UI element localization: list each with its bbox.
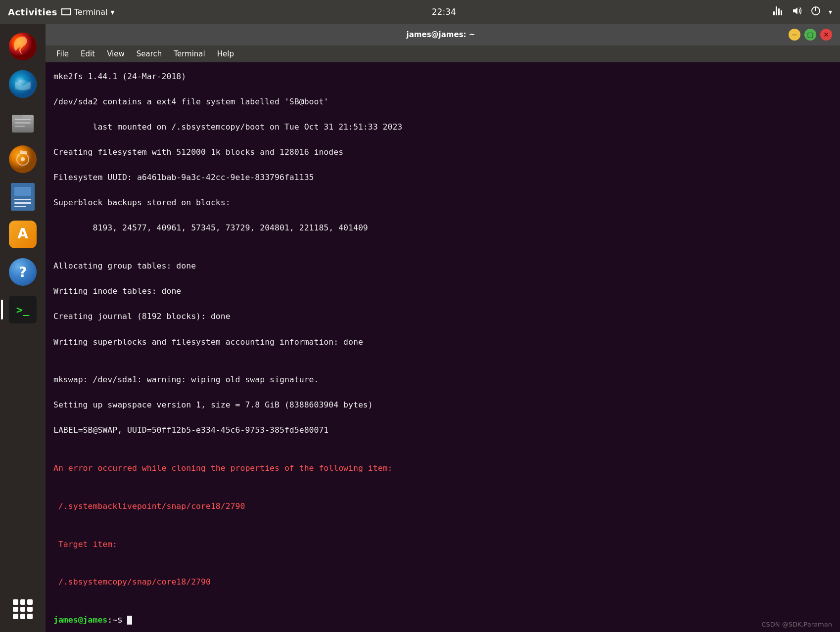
close-button[interactable]: ✕ <box>820 29 832 41</box>
system-bar: Activities Terminal ▾ 22:34 <box>0 0 840 24</box>
terminal-line: Superblock backups stored on blocks: <box>53 196 832 209</box>
settings-dropdown-icon[interactable]: ▾ <box>829 8 832 16</box>
grid-dot <box>20 614 26 619</box>
terminal-line: Creating journal (8192 blocks): done <box>53 310 832 323</box>
terminal-cursor <box>127 616 132 625</box>
menu-search[interactable]: Search <box>132 47 167 60</box>
menu-edit[interactable]: Edit <box>76 47 100 60</box>
terminal-line: last mounted on /.sbsystemcopy/boot on T… <box>53 121 832 134</box>
terminal-line: mke2fs 1.44.1 (24-Mar-2018) <box>53 70 832 83</box>
rhythmbox-icon <box>9 145 37 173</box>
terminal-indicator[interactable]: Terminal ▾ <box>61 7 115 17</box>
thunderbird-icon <box>9 70 37 98</box>
dock-item-help[interactable]: ? <box>5 254 41 290</box>
maximize-button[interactable]: □ <box>804 29 816 41</box>
dock-item-thunderbird[interactable] <box>5 66 41 102</box>
help-icon: ? <box>9 258 37 286</box>
svg-rect-15 <box>15 126 25 127</box>
menu-file[interactable]: File <box>51 47 74 60</box>
menu-help[interactable]: Help <box>212 47 239 60</box>
watermark: CSDN @SDK.Paraman <box>761 621 832 628</box>
terminal-line: An error occurred while cloning the prop… <box>53 462 832 475</box>
dock-item-rhythmbox[interactable] <box>5 141 41 177</box>
terminal-window: james@james: ~ − □ ✕ File Edit View Sear… <box>46 24 840 632</box>
grid-dot <box>20 607 26 612</box>
terminal-output[interactable]: Writing superblocks and filesystem accou… <box>46 62 840 632</box>
dock-item-software[interactable]: A <box>5 217 41 252</box>
grid-dot <box>13 607 18 612</box>
dock-item-firefox[interactable] <box>5 29 41 64</box>
firefox-icon <box>9 33 37 60</box>
writer-icon <box>11 183 35 211</box>
svg-text:A: A <box>17 226 28 242</box>
svg-rect-14 <box>15 122 31 124</box>
volume-icon[interactable] <box>792 6 803 18</box>
terminal-line: Writing superblocks and filesystem accou… <box>53 336 832 349</box>
terminal-line: Writing inode tables: done <box>53 285 832 298</box>
terminal-line: Setting up swapspace version 1, size = 7… <box>53 399 832 411</box>
grid-dot <box>27 607 33 612</box>
writer-image-line <box>14 187 31 196</box>
grid-dot <box>20 599 26 605</box>
terminal-label: Terminal <box>74 7 108 17</box>
svg-rect-1 <box>778 8 780 15</box>
writer-text-line3 <box>14 206 26 207</box>
system-bar-left: Activities Terminal ▾ <box>8 7 115 17</box>
minimize-button[interactable]: − <box>789 29 800 41</box>
svg-rect-2 <box>781 10 782 15</box>
terminal-window-title: james@james: ~ <box>93 30 789 39</box>
svg-point-18 <box>21 157 25 161</box>
main-area: A ? >_ <box>0 24 840 632</box>
terminal-line: Creating filesystem with 512000 1k block… <box>53 146 832 159</box>
terminal-line: Filesystem UUID: a6461bab-9a3c-42cc-9e1e… <box>53 171 832 184</box>
terminal-line: /.systembacklivepoint/snap/core18/2790 <box>53 500 832 513</box>
terminal-line: mkswap: /dev/sda1: warning: wiping old s… <box>53 373 832 386</box>
window-controls: − □ ✕ <box>789 29 832 41</box>
system-tray: ▾ <box>773 6 832 18</box>
terminal-prompt-icon: >_ <box>16 304 30 316</box>
power-icon[interactable] <box>811 6 821 18</box>
terminal-menubar: File Edit View Search Terminal Help <box>46 45 840 62</box>
terminal-line: Target item: <box>53 538 832 551</box>
terminal-line: /dev/sda2 contains a ext4 file system la… <box>53 95 832 108</box>
svg-rect-12 <box>12 115 23 119</box>
dock-item-show-apps[interactable] <box>5 591 41 627</box>
writer-text-line <box>14 199 31 200</box>
dock: A ? >_ <box>0 24 46 632</box>
svg-rect-3 <box>773 11 775 15</box>
dock-item-files[interactable] <box>5 104 41 139</box>
terminal-line: /.sbsystemcopy/snap/core18/2790 <box>53 576 832 588</box>
grid-dot <box>27 599 33 605</box>
grid-dot <box>13 614 18 619</box>
show-apps-grid-icon <box>11 597 35 621</box>
dock-item-terminal[interactable]: >_ <box>5 292 41 327</box>
activities-button[interactable]: Activities <box>8 7 57 17</box>
dock-item-writer[interactable] <box>5 179 41 215</box>
terminal-line: Allocating group tables: done <box>53 260 832 272</box>
terminal-dock-icon: >_ <box>9 296 37 323</box>
files-icon <box>9 108 37 135</box>
terminal-titlebar: james@james: ~ − □ ✕ <box>46 24 840 45</box>
menu-terminal[interactable]: Terminal <box>169 47 210 60</box>
grid-dot <box>13 599 18 605</box>
terminal-line: LABEL=SB@SWAP, UUID=50ff12b5-e334-45c6-9… <box>53 424 832 437</box>
svg-rect-13 <box>15 119 31 120</box>
terminal-prompt-line: james@james:~$ <box>53 614 832 627</box>
writer-text-line2 <box>14 202 31 204</box>
svg-rect-0 <box>776 6 777 15</box>
menu-view[interactable]: View <box>102 47 130 60</box>
terminal-line: 8193, 24577, 40961, 57345, 73729, 204801… <box>53 222 832 234</box>
grid-dot <box>27 614 33 619</box>
network-icon[interactable] <box>773 6 784 17</box>
svg-marker-4 <box>793 7 797 14</box>
terminal-icon-small <box>61 8 71 15</box>
dropdown-arrow: ▾ <box>111 7 115 17</box>
system-clock: 22:34 <box>432 7 456 17</box>
software-center-icon: A <box>9 221 37 248</box>
